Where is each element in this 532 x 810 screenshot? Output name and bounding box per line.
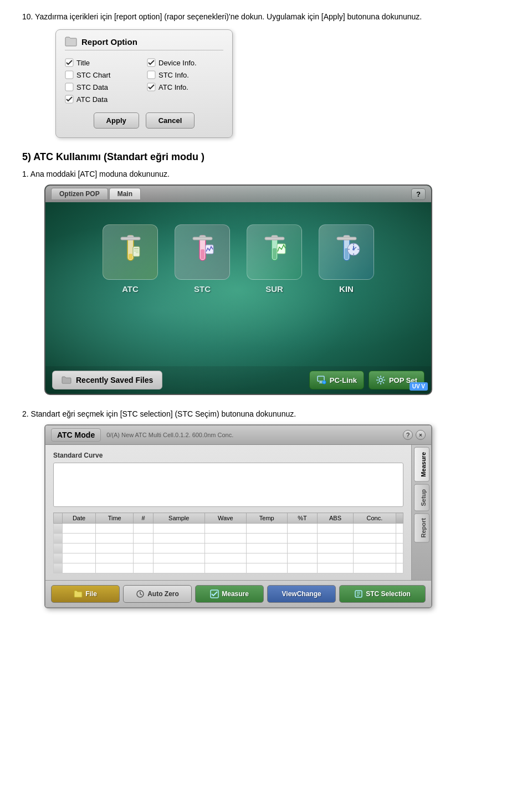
check-icon-title: [65, 58, 74, 67]
option-title-label: Title: [76, 59, 90, 67]
sample-cell-1: [153, 524, 204, 534]
bottom-right-buttons: PC-Link POP Set: [309, 371, 424, 389]
atc-icon: [115, 233, 146, 271]
col-date: Date: [63, 513, 96, 524]
atc-dialog-body: Standard Curve Date Time # Sample Wave T…: [45, 445, 431, 580]
col-time: Time: [96, 513, 134, 524]
svg-rect-23: [265, 237, 284, 240]
cancel-button[interactable]: Cancel: [146, 112, 195, 129]
option-stc-info-label: STC Info.: [158, 71, 189, 79]
svg-rect-11: [133, 247, 140, 257]
atc-close-button[interactable]: ×: [416, 430, 426, 440]
report-option-dialog: Report Option Title Device Info. STC Cha…: [55, 29, 233, 138]
sur-icon: [259, 233, 290, 271]
pc-link-button[interactable]: PC-Link: [309, 371, 364, 389]
kin-icon: [331, 233, 362, 271]
option-stc-chart[interactable]: STC Chart: [65, 70, 141, 79]
temp-cell-2: [246, 534, 287, 544]
autozero-button[interactable]: Auto Zero: [123, 585, 192, 603]
time-cell-1: [96, 524, 134, 534]
recently-saved-button[interactable]: Recently Saved Files: [52, 371, 162, 389]
circle-arrow-icon: [136, 589, 145, 598]
atc-mode-title: ATC Mode: [51, 428, 101, 442]
sidebar-tab-setup[interactable]: Setup: [414, 484, 429, 511]
file-button[interactable]: File: [51, 585, 120, 603]
check-icon-device: [147, 58, 156, 67]
scroll-cell-2: [396, 534, 403, 544]
atc-sidebar: Measure Setup Report: [411, 445, 431, 580]
row-num-1: [54, 524, 63, 534]
svg-rect-10: [121, 237, 140, 240]
step10-text: 10. Yazdırma içerikleri için [report opt…: [22, 11, 510, 23]
table-row: [54, 524, 403, 534]
viewchange-button[interactable]: ViewChange: [267, 585, 336, 603]
atc-dialog-header: ATC Mode 0/(A) New ATC Multi Cell.0.1.2.…: [45, 425, 431, 445]
file-folder-icon: [74, 590, 83, 598]
swirl-background: [45, 186, 431, 394]
check-icon-atc-data: [65, 95, 74, 104]
svg-point-40: [323, 381, 326, 384]
col-conc: Conc.: [353, 513, 396, 524]
col-scroll[interactable]: [396, 513, 403, 524]
stc-selection-button-label: STC Selection: [366, 590, 411, 598]
viewchange-button-label: ViewChange: [282, 590, 321, 598]
option-atc-info[interactable]: ATC Info.: [147, 83, 223, 91]
col-sample: Sample: [153, 513, 204, 524]
option-stc-info[interactable]: STC Info.: [147, 70, 223, 79]
abs-cell-1: [318, 524, 354, 534]
stc-selection-icon: [354, 589, 363, 598]
measure-checkmark-icon: [210, 589, 219, 598]
date-cell-3: [63, 544, 96, 553]
atc-help-button[interactable]: ?: [403, 430, 413, 440]
data-table: Date Time # Sample Wave Temp %T ABS Conc…: [53, 512, 403, 573]
main-screen: Optizen POP Main ? ATC: [44, 184, 432, 395]
standard-curve-section: Standard Curve: [53, 452, 403, 507]
recently-saved-label: Recently Saved Files: [76, 376, 153, 385]
table-row: [54, 553, 403, 563]
option-stc-chart-label: STC Chart: [76, 71, 110, 79]
sidebar-tab-measure[interactable]: Measure: [414, 447, 429, 482]
report-option-title: Report Option: [65, 37, 223, 50]
option-device-info[interactable]: Device Info.: [147, 58, 223, 67]
hash-cell-1: [134, 524, 153, 534]
col-hash: #: [134, 513, 153, 524]
row-num-2: [54, 534, 63, 544]
curve-display: [53, 463, 403, 507]
svg-rect-3: [147, 71, 155, 79]
option-atc-data[interactable]: ATC Data: [65, 95, 141, 104]
file-button-label: File: [85, 590, 97, 598]
section5-heading: 5) ATC Kullanımı (Standart eğri modu ): [22, 151, 510, 163]
step1-text: 1. Ana moddaki [ATC] moduna dokununuz.: [22, 168, 510, 180]
svg-rect-8: [129, 254, 132, 259]
check-icon-stc-data: [65, 83, 74, 91]
pc-link-label: PC-Link: [330, 376, 357, 385]
svg-rect-4: [65, 83, 73, 91]
svg-rect-28: [337, 237, 356, 240]
svg-rect-19: [206, 245, 213, 254]
atc-mode-dialog: ATC Mode 0/(A) New ATC Multi Cell.0.1.2.…: [44, 424, 432, 608]
measure-button-label: Measure: [222, 590, 249, 598]
conc-cell-2: [353, 534, 396, 544]
stc-icon: [187, 233, 218, 271]
wave-cell-1: [204, 524, 246, 534]
table-row: [54, 563, 403, 573]
sidebar-tab-report[interactable]: Report: [414, 513, 429, 542]
col-abs: ABS: [318, 513, 354, 524]
measure-button[interactable]: Measure: [195, 585, 264, 603]
apply-button[interactable]: Apply: [94, 112, 139, 129]
option-title[interactable]: Title: [65, 58, 141, 67]
report-option-grid: Title Device Info. STC Chart STC Info.: [65, 58, 223, 104]
check-icon-stc-chart: [65, 70, 74, 79]
option-stc-data-label: STC Data: [76, 83, 108, 91]
option-stc-data[interactable]: STC Data: [65, 83, 141, 91]
pct-t-cell-2: [287, 534, 318, 544]
stc-selection-button[interactable]: STC Selection: [339, 585, 426, 603]
svg-rect-18: [193, 237, 212, 240]
row-num-5: [54, 563, 63, 573]
svg-point-36: [352, 248, 355, 250]
table-row: [54, 534, 403, 544]
sample-cell-2: [153, 534, 204, 544]
date-cell-1: [63, 524, 96, 534]
date-cell-2: [63, 534, 96, 544]
svg-point-41: [379, 378, 382, 382]
